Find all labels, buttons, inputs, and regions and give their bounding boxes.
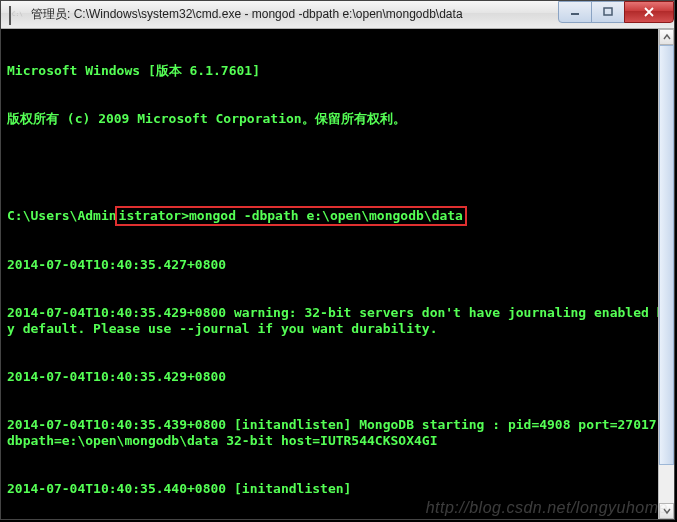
log-line: 2014-07-04T10:40:35.429+0800 warning: 32… (7, 305, 670, 337)
blank-line (7, 159, 670, 175)
app-window: 管理员: C:\Windows\system32\cmd.exe - mongo… (0, 0, 675, 520)
log-line: 2014-07-04T10:40:35.440+0800 [initandlis… (7, 481, 670, 497)
minimize-icon (570, 7, 580, 17)
window-title: 管理员: C:\Windows\system32\cmd.exe - mongo… (31, 6, 558, 23)
window-controls (558, 1, 674, 21)
prompt-prefix: C:\Users\Admin (7, 208, 117, 223)
chevron-up-icon (663, 33, 671, 41)
close-button[interactable] (624, 1, 674, 23)
scroll-up-button[interactable] (659, 29, 674, 45)
log-line: 2014-07-04T10:40:35.429+0800 (7, 369, 670, 385)
cmd-icon (9, 7, 25, 23)
svg-rect-1 (604, 8, 612, 15)
log-line: 2014-07-04T10:40:35.439+0800 [initandlis… (7, 417, 670, 449)
svg-rect-0 (571, 13, 579, 15)
copyright-line: 版权所有 (c) 2009 Microsoft Corporation。保留所有… (7, 111, 670, 127)
scroll-down-button[interactable] (659, 503, 674, 519)
maximize-button[interactable] (591, 1, 625, 23)
scroll-track[interactable] (659, 45, 674, 503)
terminal-output[interactable]: Microsoft Windows [版本 6.1.7601] 版权所有 (c)… (1, 29, 674, 519)
titlebar[interactable]: 管理员: C:\Windows\system32\cmd.exe - mongo… (1, 1, 674, 29)
prompt-line: C:\Users\Administrator>mongod -dbpath e:… (7, 207, 670, 225)
scroll-thumb[interactable] (659, 45, 674, 465)
close-icon (643, 7, 655, 17)
log-line: 2014-07-04T10:40:35.427+0800 (7, 257, 670, 273)
maximize-icon (603, 7, 613, 17)
vertical-scrollbar[interactable] (658, 29, 674, 519)
chevron-down-icon (663, 507, 671, 515)
command-highlight: istrator>mongod -dbpath e:\open\mongodb\… (115, 206, 467, 226)
os-header: Microsoft Windows [版本 6.1.7601] (7, 63, 670, 79)
minimize-button[interactable] (558, 1, 592, 23)
